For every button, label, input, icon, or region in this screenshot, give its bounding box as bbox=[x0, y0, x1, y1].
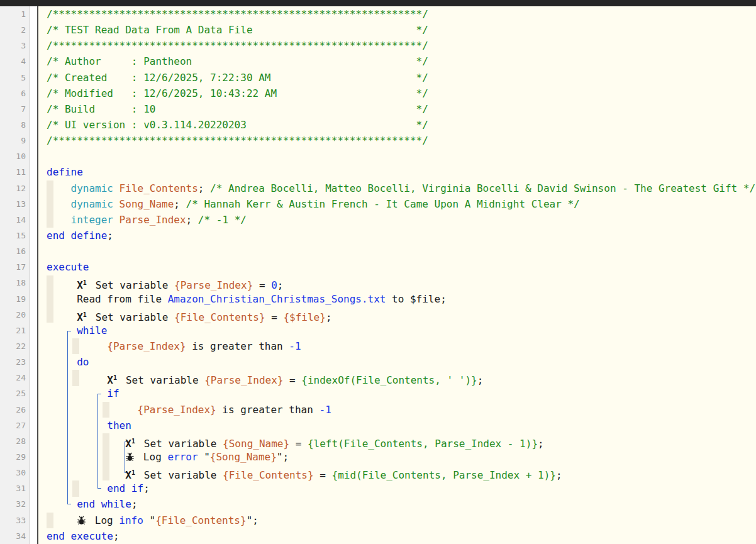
code-line[interactable]: Log info "{File_Contents}"; bbox=[38, 513, 756, 528]
line-number: 13 bbox=[0, 196, 26, 212]
token: error bbox=[167, 451, 197, 463]
token: then bbox=[107, 419, 131, 431]
code-line[interactable]: /***************************************… bbox=[38, 6, 756, 22]
token: end execute bbox=[47, 530, 113, 542]
token: {Song_Name} bbox=[223, 438, 289, 450]
line-number: 15 bbox=[0, 228, 26, 243]
code-line[interactable]: execute bbox=[38, 259, 756, 275]
line-number: 34 bbox=[0, 528, 26, 544]
token bbox=[47, 498, 77, 510]
token: end if bbox=[107, 482, 143, 494]
token: Read from file bbox=[47, 293, 168, 305]
token: integer bbox=[71, 214, 113, 226]
code-line[interactable]: {Parse_Index} is greater than -1 bbox=[38, 402, 756, 418]
code-line[interactable]: /* Modified : 12/6/2025, 10:43:22 AM */ bbox=[38, 86, 756, 101]
token: Log bbox=[89, 514, 119, 526]
token bbox=[47, 340, 107, 352]
code-line[interactable]: /***************************************… bbox=[38, 38, 756, 53]
code-line[interactable]: /***************************************… bbox=[38, 133, 756, 148]
token: {indexOf(File_Contents, ' ')} bbox=[301, 375, 477, 387]
token: ; bbox=[198, 182, 210, 194]
line-number: 20 bbox=[0, 307, 26, 323]
code-line[interactable] bbox=[38, 243, 756, 259]
comment: /* Author : Pantheon */ bbox=[47, 55, 428, 67]
token: info bbox=[119, 514, 143, 526]
line-number: 1 bbox=[0, 6, 26, 22]
code-line[interactable]: end execute; bbox=[38, 528, 756, 544]
token: Amazon_Christian_Christmas_Songs.txt bbox=[168, 293, 386, 305]
token bbox=[47, 214, 71, 226]
code-line[interactable]: /* UI version : v0.3.114.20220203 */ bbox=[38, 117, 756, 133]
code-line[interactable]: dynamic File_Contents; /* Andrea Bocelli… bbox=[38, 180, 756, 196]
code-line[interactable]: X1 Set variable {File_Contents} = {mid(F… bbox=[38, 465, 756, 480]
code-line[interactable]: X1 Set variable {Parse_Index} = {indexOf… bbox=[38, 370, 756, 386]
token: "; bbox=[247, 514, 258, 526]
code-line[interactable]: Read from file Amazon_Christian_Christma… bbox=[38, 291, 756, 307]
token: ; bbox=[174, 198, 186, 210]
code-line[interactable]: Log error "{Song_Name}"; bbox=[38, 449, 756, 465]
token: dynamic bbox=[71, 198, 113, 210]
code-line[interactable]: X1 Set variable {Song_Name} = {left(File… bbox=[38, 433, 756, 449]
code-line[interactable] bbox=[38, 148, 756, 164]
code-line[interactable]: /* Build : 10 */ bbox=[38, 101, 756, 117]
code-line[interactable]: {Parse_Index} is greater than -1 bbox=[38, 338, 756, 354]
code-line[interactable]: /* Created : 12/6/2025, 7:22:30 AM */ bbox=[38, 70, 756, 86]
line-number: 16 bbox=[0, 243, 26, 259]
gutter-margin bbox=[30, 6, 37, 544]
token: {Parse_Index} bbox=[174, 280, 253, 292]
token: " bbox=[143, 514, 155, 526]
token: = bbox=[265, 311, 284, 323]
token: ; bbox=[556, 469, 562, 481]
log-icon bbox=[77, 514, 89, 526]
code-line[interactable]: do bbox=[38, 354, 756, 370]
line-number: 9 bbox=[0, 133, 26, 148]
token: do bbox=[77, 356, 89, 368]
token: Set variable bbox=[89, 280, 174, 292]
code-line[interactable]: dynamic Song_Name; /* Hannah Kerr & Aust… bbox=[38, 196, 756, 212]
line-number: 14 bbox=[0, 212, 26, 228]
token: Song_Name bbox=[120, 198, 174, 210]
code-line[interactable]: if bbox=[38, 386, 756, 401]
line-number: 2 bbox=[0, 22, 26, 38]
token: Log bbox=[137, 451, 167, 463]
token: dynamic bbox=[71, 182, 113, 194]
line-number: 18 bbox=[0, 275, 26, 291]
token: = bbox=[289, 438, 308, 450]
line-number: 10 bbox=[0, 148, 26, 164]
code-line[interactable]: X1 Set variable {Parse_Index} = 0; bbox=[38, 275, 756, 291]
token bbox=[47, 404, 138, 416]
line-number: 28 bbox=[0, 433, 26, 449]
line-number-gutter: 1234567891011121314151617181920212223242… bbox=[0, 6, 30, 544]
code-line[interactable]: X1 Set variable {File_Contents} = {$file… bbox=[38, 307, 756, 323]
token: /* -1 */ bbox=[198, 214, 247, 226]
comment: /* Modified : 12/6/2025, 10:43:22 AM */ bbox=[47, 87, 428, 99]
token: ; bbox=[277, 280, 284, 292]
token: {File_Contents} bbox=[223, 469, 314, 481]
token: {mid(File_Contents, Parse_Index + 1)} bbox=[332, 469, 556, 481]
token bbox=[47, 438, 125, 450]
token: = bbox=[253, 280, 271, 292]
comment: /* UI version : v0.3.114.20220203 */ bbox=[47, 119, 428, 131]
line-number: 8 bbox=[0, 117, 26, 133]
code-line[interactable]: end define; bbox=[38, 228, 756, 243]
code-area[interactable]: /***************************************… bbox=[38, 6, 756, 544]
code-line[interactable]: integer Parse_Index; /* -1 */ bbox=[38, 212, 756, 228]
token bbox=[47, 387, 107, 399]
code-line[interactable]: /* Author : Pantheon */ bbox=[38, 53, 756, 69]
code-line[interactable]: end while; bbox=[38, 496, 756, 512]
line-number: 23 bbox=[0, 354, 26, 370]
code-line[interactable]: define bbox=[38, 164, 756, 180]
code-line[interactable]: then bbox=[38, 418, 756, 433]
code-line[interactable]: while bbox=[38, 323, 756, 338]
code-line[interactable]: end if; bbox=[38, 480, 756, 496]
token: {$file} bbox=[283, 311, 325, 323]
token: " bbox=[198, 451, 210, 463]
token bbox=[113, 182, 120, 194]
token: while bbox=[77, 325, 107, 336]
token bbox=[47, 182, 71, 194]
code-line[interactable]: /* TEST Read Data From A Data File */ bbox=[38, 22, 756, 38]
token bbox=[47, 375, 107, 387]
token: ; bbox=[113, 530, 120, 542]
token bbox=[47, 280, 77, 292]
line-number: 33 bbox=[0, 513, 26, 528]
